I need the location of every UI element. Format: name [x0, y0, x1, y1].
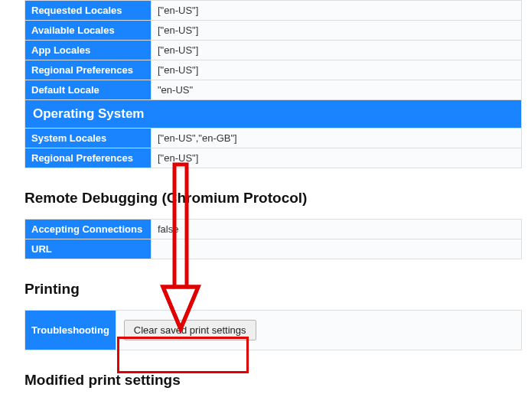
remote-debugging-table: Accepting Connections false URL: [24, 219, 522, 259]
troubleshooting-cell: Clear saved print settings: [116, 311, 521, 350]
default-locale-value: "en-US": [152, 80, 522, 100]
table-row: Accepting Connections false: [25, 220, 522, 239]
table-row: App Locales ["en-US"]: [25, 41, 522, 60]
table-row: Regional Preferences ["en-US"]: [25, 148, 522, 168]
operating-system-header: Operating System: [25, 100, 522, 129]
default-locale-label: Default Locale: [25, 80, 152, 100]
regional-preferences-value: ["en-US"]: [152, 60, 522, 80]
requested-locales-label: Requested Locales: [25, 1, 152, 21]
section-header-row: Operating System: [25, 100, 522, 129]
url-label: URL: [25, 239, 152, 259]
table-row: Regional Preferences ["en-US"]: [25, 60, 522, 80]
url-value: [152, 239, 522, 259]
system-locales-label: System Locales: [25, 129, 152, 148]
table-row: Default Locale "en-US": [25, 80, 522, 100]
printing-table: Troubleshooting Clear saved print settin…: [24, 310, 522, 350]
available-locales-value: ["en-US"]: [152, 21, 522, 41]
regional-preferences-label: Regional Preferences: [25, 60, 152, 80]
table-row: Requested Locales ["en-US"]: [25, 1, 522, 21]
accepting-connections-label: Accepting Connections: [25, 220, 152, 239]
table-row: Available Locales ["en-US"]: [25, 21, 522, 41]
locale-table: Requested Locales ["en-US"] Available Lo…: [24, 0, 522, 168]
modified-print-settings-title: Modified print settings: [24, 372, 528, 389]
troubleshooting-label: Troubleshooting: [25, 311, 116, 350]
requested-locales-value: ["en-US"]: [152, 1, 522, 21]
table-row: Troubleshooting Clear saved print settin…: [25, 311, 522, 350]
available-locales-label: Available Locales: [25, 21, 152, 41]
system-locales-value: ["en-US","en-GB"]: [152, 129, 522, 148]
remote-debugging-title: Remote Debugging (Chromium Protocol): [24, 190, 528, 207]
os-regional-preferences-value: ["en-US"]: [152, 148, 522, 168]
app-locales-label: App Locales: [25, 41, 152, 60]
accepting-connections-value: false: [152, 220, 522, 239]
table-row: System Locales ["en-US","en-GB"]: [25, 129, 522, 148]
table-row: URL: [25, 239, 522, 259]
printing-title: Printing: [24, 281, 528, 298]
app-locales-value: ["en-US"]: [152, 41, 522, 60]
clear-saved-print-settings-button[interactable]: Clear saved print settings: [124, 320, 256, 340]
os-regional-preferences-label: Regional Preferences: [25, 148, 152, 168]
